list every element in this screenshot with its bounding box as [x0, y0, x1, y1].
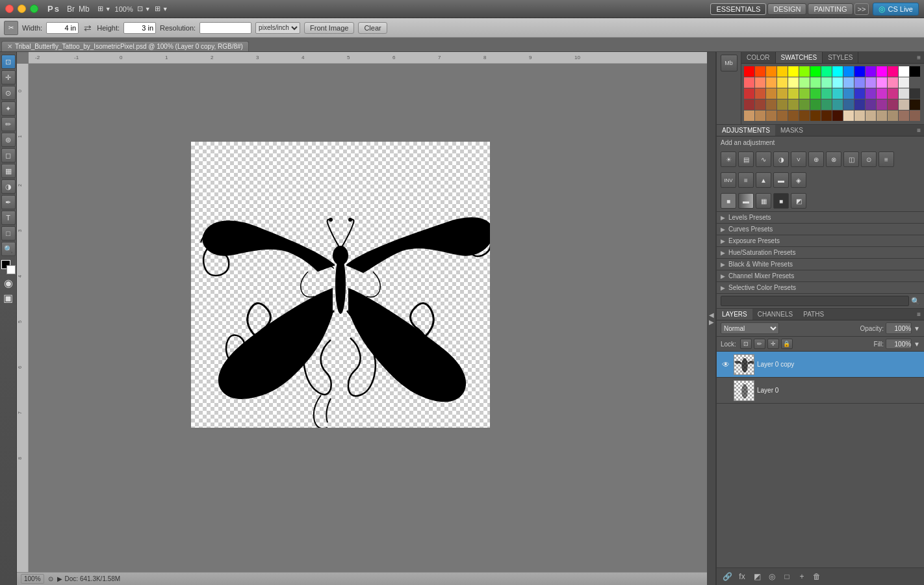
add-mask-btn[interactable]: ◩ [751, 570, 764, 583]
gradient-tool-btn[interactable]: ▦ [1, 164, 16, 178]
solid-color-adj-icon[interactable]: ■ [721, 193, 736, 209]
levels-presets-row[interactable]: ▶ Levels Presets [717, 211, 924, 223]
essentials-button[interactable]: ESSENTIALS [710, 3, 766, 15]
swatch[interactable] [832, 77, 843, 88]
gradient-map-adj-icon[interactable]: ▬ [773, 172, 789, 188]
layers-panel-menu[interactable]: ≡ [914, 309, 924, 319]
swatch-cyan[interactable] [832, 66, 843, 77]
vibrance-adj-icon[interactable]: V [791, 151, 806, 167]
swatch[interactable] [877, 99, 887, 110]
swatch[interactable] [821, 110, 832, 121]
swatch[interactable] [821, 66, 832, 77]
adjustments-panel-menu[interactable]: ≡ [914, 125, 924, 135]
swatch[interactable] [899, 77, 909, 88]
swatch[interactable] [854, 110, 865, 121]
pattern-adj-icon[interactable]: ▦ [756, 193, 771, 209]
swatch[interactable] [888, 66, 898, 77]
gradient-adj-icon[interactable]: ▬ [738, 193, 754, 209]
zoom-display[interactable]: 100% [115, 5, 133, 13]
icon-grid[interactable]: ⊞ ▼ [97, 5, 111, 13]
fill-input[interactable] [886, 339, 912, 349]
swatch[interactable] [888, 110, 898, 121]
curves-adj-icon[interactable]: ∿ [756, 151, 771, 167]
pen-tool-btn[interactable]: ✒ [1, 195, 16, 209]
new-group-btn[interactable]: □ [780, 570, 793, 583]
maximize-button[interactable] [30, 5, 38, 13]
swatch[interactable] [777, 110, 788, 121]
tab-masks[interactable]: MASKS [775, 125, 808, 136]
tab-close-icon[interactable]: ✕ [7, 43, 12, 50]
color-panel-menu[interactable]: ≡ [914, 53, 924, 62]
add-style-btn[interactable]: fx [736, 570, 749, 583]
swatch[interactable] [866, 99, 876, 110]
swatch[interactable] [799, 77, 810, 88]
fg-bg-colors[interactable] [1, 260, 16, 274]
swatch[interactable] [755, 66, 765, 77]
status-info-btn[interactable]: ⊙ [48, 575, 53, 582]
clone-tool-btn[interactable]: ⊛ [1, 133, 16, 147]
swatch[interactable] [766, 88, 776, 99]
swatch-yellow[interactable] [788, 66, 799, 77]
new-layer-btn[interactable]: + [795, 570, 808, 583]
front-image-button[interactable]: Front Image [304, 22, 354, 34]
channel-mixer-adj-icon[interactable]: ≡ [879, 151, 894, 167]
swatch[interactable] [755, 88, 765, 99]
swatch[interactable] [866, 110, 876, 121]
swatch[interactable] [777, 99, 788, 110]
selective-color-presets-row[interactable]: ▶ Selective Color Presets [717, 281, 924, 293]
swatch[interactable] [854, 77, 865, 88]
swatch[interactable] [744, 77, 754, 88]
swatch[interactable] [810, 99, 821, 110]
bw-presets-row[interactable]: ▶ Black & White Presets [717, 258, 924, 270]
tab-adjustments[interactable]: ADJUSTMENTS [717, 125, 775, 136]
cslive-button[interactable]: ◎ CS Live [873, 3, 919, 16]
tab-color[interactable]: COLOR [741, 52, 776, 63]
swatch-magenta[interactable] [877, 66, 887, 77]
swatch[interactable] [777, 88, 788, 99]
swatch[interactable] [843, 88, 854, 99]
adj-search-icon[interactable]: 🔍 [911, 297, 920, 306]
screen-mode-btn[interactable]: ▣ [3, 292, 13, 304]
link-layers-btn[interactable]: 🔗 [721, 570, 734, 583]
swatch[interactable] [843, 66, 854, 77]
swatch[interactable] [866, 88, 876, 99]
swatch[interactable] [821, 88, 832, 99]
painting-button[interactable]: PAINTING [808, 3, 853, 15]
eraser-tool-btn[interactable]: ◻ [1, 148, 16, 162]
swatch[interactable] [810, 88, 821, 99]
swatch[interactable] [832, 99, 843, 110]
swatch[interactable] [755, 99, 765, 110]
swatch[interactable] [832, 110, 843, 121]
swatch[interactable] [744, 110, 754, 121]
swatch[interactable] [744, 99, 754, 110]
layer-0-visibility[interactable]: 👁 [721, 385, 731, 396]
swatch[interactable] [777, 66, 788, 77]
view-btn[interactable]: ⊡ ▼ [137, 5, 151, 13]
swatch-blue[interactable] [854, 66, 865, 77]
swatch[interactable] [766, 99, 776, 110]
swatch[interactable] [899, 110, 909, 121]
swatch[interactable] [843, 110, 854, 121]
layer-item-0-copy[interactable]: 👁 Layer 0 copy [717, 352, 924, 378]
quick-mask-btn[interactable]: ◉ [4, 277, 13, 289]
levels-bw-adj-icon[interactable]: ◩ [791, 193, 806, 209]
layer-item-0[interactable]: 👁 Layer 0 [717, 378, 924, 404]
swatch[interactable] [810, 110, 821, 121]
clear-button[interactable]: Clear [358, 22, 387, 34]
swatch-white[interactable] [899, 66, 909, 77]
blend-mode-select[interactable]: Normal [721, 322, 779, 334]
swatch-green[interactable] [810, 66, 821, 77]
lock-transparent-btn[interactable]: ⊡ [740, 339, 752, 349]
swatch[interactable] [799, 99, 810, 110]
swatch-black[interactable] [910, 66, 920, 77]
invert-adj-icon[interactable]: INV [721, 172, 736, 188]
swatch[interactable] [755, 110, 765, 121]
levels-adj-icon[interactable]: ▤ [738, 151, 754, 167]
lock-all-btn[interactable]: 🔒 [781, 339, 793, 349]
swatch[interactable] [777, 77, 788, 88]
swatch[interactable] [744, 88, 754, 99]
swatch[interactable] [888, 77, 898, 88]
opacity-input[interactable] [886, 322, 912, 334]
swatch[interactable] [910, 88, 920, 99]
panel-icon-btn[interactable]: Mb [721, 55, 738, 72]
